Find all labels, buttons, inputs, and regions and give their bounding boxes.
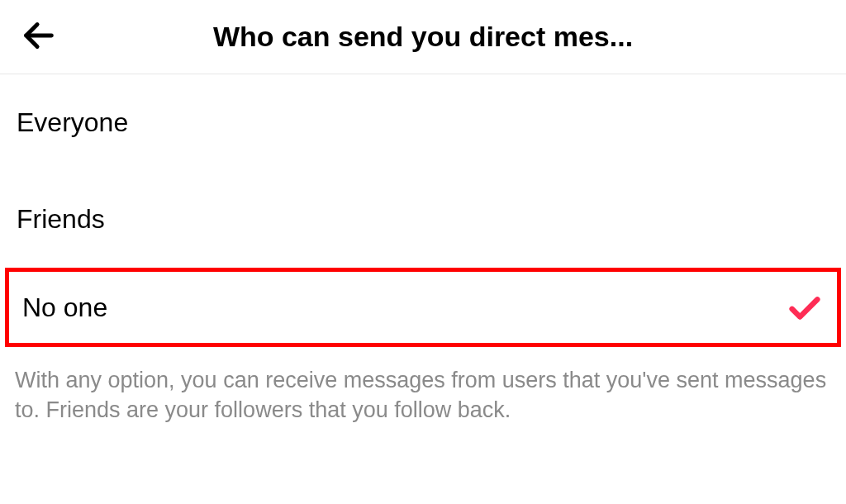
options-list: Everyone Friends No one bbox=[0, 74, 846, 347]
option-no-one[interactable]: No one bbox=[5, 268, 841, 347]
option-friends[interactable]: Friends bbox=[0, 171, 846, 268]
option-label: No one bbox=[22, 292, 107, 323]
back-button[interactable] bbox=[20, 17, 58, 57]
option-everyone[interactable]: Everyone bbox=[0, 74, 846, 171]
header-bar: Who can send you direct mes... bbox=[0, 0, 846, 74]
page-title: Who can send you direct mes... bbox=[134, 21, 712, 53]
option-label: Friends bbox=[17, 204, 105, 235]
check-icon bbox=[786, 288, 824, 326]
arrow-left-icon bbox=[20, 17, 58, 57]
helper-text: With any option, you can receive message… bbox=[0, 347, 846, 444]
option-label: Everyone bbox=[17, 107, 128, 138]
